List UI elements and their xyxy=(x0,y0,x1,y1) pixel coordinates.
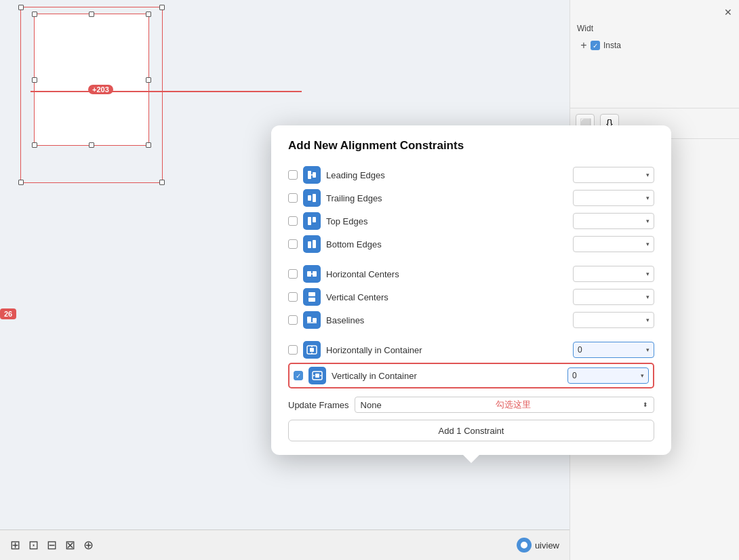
resize-handle-bl[interactable] xyxy=(18,180,24,185)
bottom-edges-label: Bottom Edges xyxy=(326,239,567,249)
inner-handle-bm[interactable] xyxy=(89,142,94,148)
svg-rect-1 xyxy=(313,172,316,178)
top-edges-checkbox[interactable] xyxy=(288,216,298,226)
bottom-edges-dropdown[interactable]: ▾ xyxy=(573,236,654,252)
toolbar-icon-3[interactable]: ⊟ xyxy=(47,538,57,553)
inner-handle-tr[interactable] xyxy=(146,12,151,17)
leading-edges-row: Leading Edges ▾ xyxy=(288,163,654,186)
baselines-icon xyxy=(303,311,321,329)
trailing-edges-row: Trailing Edges ▾ xyxy=(288,186,654,209)
uiview-badge: uiview xyxy=(517,538,559,553)
vertical-centers-icon xyxy=(303,288,321,306)
install-row: + ✓ Insta xyxy=(577,36,732,55)
vertically-in-container-row: ✓ Vertically in Container 0▾ xyxy=(288,363,654,388)
constraint-value-label: +203 xyxy=(88,85,113,94)
inner-handle-br[interactable] xyxy=(146,142,151,148)
inner-handle-bl[interactable] xyxy=(32,142,37,148)
toolbar-icon-1[interactable]: ⊞ xyxy=(10,538,20,553)
vertically-in-container-icon xyxy=(308,367,326,384)
right-panel-top: ✕ Widt + ✓ Insta xyxy=(570,0,739,108)
svg-rect-9 xyxy=(307,271,311,277)
modal-title: Add New Alignment Constraints xyxy=(288,139,654,153)
insta-label: Insta xyxy=(603,41,621,50)
inner-handle-mr[interactable] xyxy=(146,77,151,83)
constraint-line-horizontal xyxy=(31,91,302,92)
horizontal-centers-icon xyxy=(303,265,321,283)
svg-rect-4 xyxy=(308,195,311,201)
add-constraint-label: Add 1 Constraint xyxy=(439,426,504,436)
checked-icon: ✓ xyxy=(296,372,301,380)
trailing-edges-dropdown[interactable]: ▾ xyxy=(573,190,654,206)
vertically-in-container-label: Vertically in Container xyxy=(332,371,562,381)
add-constraint-button[interactable]: Add 1 Constraint xyxy=(288,420,654,441)
baselines-row: Baselines ▾ xyxy=(288,308,654,332)
update-frames-row: Update Frames None 勾选这里 ⬍ xyxy=(288,397,654,413)
resize-handle-br[interactable] xyxy=(159,180,165,185)
vertically-in-container-dropdown[interactable]: 0▾ xyxy=(567,367,649,384)
vertical-centers-row: Vertical Centers ▾ xyxy=(288,285,654,308)
canvas-inner-element xyxy=(34,14,149,146)
svg-rect-12 xyxy=(308,292,315,296)
svg-rect-7 xyxy=(308,241,311,248)
svg-rect-14 xyxy=(307,317,311,322)
leading-edges-checkbox[interactable] xyxy=(288,170,298,180)
horizontal-centers-checkbox[interactable] xyxy=(288,269,298,279)
svg-rect-22 xyxy=(315,374,319,378)
badge-26: 26 xyxy=(0,308,16,319)
top-edges-dropdown[interactable]: ▾ xyxy=(573,213,654,229)
resize-handle-tl[interactable] xyxy=(18,5,24,10)
uiview-inner-ring xyxy=(519,540,529,550)
trailing-edges-icon xyxy=(303,189,321,207)
update-frames-arrow: ⬍ xyxy=(643,401,648,408)
inner-handle-ml[interactable] xyxy=(32,77,37,83)
svg-rect-6 xyxy=(313,217,316,222)
bottom-toolbar: ⊞ ⊡ ⊟ ⊠ ⊕ uiview xyxy=(0,529,570,560)
annotation-text: 勾选这里 xyxy=(496,399,531,411)
leading-edges-icon xyxy=(303,166,321,184)
resize-handle-tr[interactable] xyxy=(159,5,165,10)
bottom-edges-icon xyxy=(303,235,321,253)
horizontal-centers-row: Horizontal Centers ▾ xyxy=(288,262,654,285)
svg-rect-10 xyxy=(313,271,317,277)
baselines-dropdown[interactable]: ▾ xyxy=(573,312,654,328)
svg-rect-8 xyxy=(313,240,316,248)
svg-rect-18 xyxy=(310,348,314,352)
baselines-label: Baselines xyxy=(326,315,567,325)
update-frames-label: Update Frames xyxy=(288,400,349,410)
horizontally-in-container-checkbox[interactable] xyxy=(288,345,298,355)
trailing-edges-label: Trailing Edges xyxy=(326,193,567,203)
uiview-label: uiview xyxy=(535,540,559,551)
baselines-checkbox[interactable] xyxy=(288,315,298,325)
width-label: Widt xyxy=(577,24,593,33)
toolbar-icon-5[interactable]: ⊕ xyxy=(83,538,94,553)
close-button[interactable]: ✕ xyxy=(577,7,732,18)
bottom-edges-row: Bottom Edges ▾ xyxy=(288,233,654,256)
inner-handle-tl[interactable] xyxy=(32,12,37,17)
top-edges-icon xyxy=(303,212,321,230)
update-frames-select[interactable]: None 勾选这里 ⬍ xyxy=(355,397,654,413)
add-button[interactable]: + xyxy=(577,39,591,52)
width-row: Widt xyxy=(577,21,732,36)
svg-rect-15 xyxy=(313,318,317,322)
checkmark-icon: ✓ xyxy=(593,42,598,49)
horizontally-in-container-label: Horizontally in Container xyxy=(326,345,567,355)
horizontally-in-container-dropdown[interactable]: 0▾ xyxy=(573,342,654,358)
leading-edges-dropdown[interactable]: ▾ xyxy=(573,167,654,183)
svg-rect-5 xyxy=(308,217,311,225)
vertical-centers-checkbox[interactable] xyxy=(288,292,298,302)
toolbar-icon-4[interactable]: ⊠ xyxy=(65,538,75,553)
vertical-centers-label: Vertical Centers xyxy=(326,292,567,302)
vertically-in-container-checkbox[interactable]: ✓ xyxy=(294,371,303,380)
inner-handle-tm[interactable] xyxy=(89,12,94,17)
uiview-circle-icon xyxy=(517,538,532,553)
update-frames-value: None xyxy=(361,400,382,410)
svg-rect-3 xyxy=(313,194,316,202)
svg-rect-13 xyxy=(308,298,315,302)
toolbar-icon-2[interactable]: ⊡ xyxy=(28,538,39,553)
bottom-edges-checkbox[interactable] xyxy=(288,239,298,249)
vertical-centers-dropdown[interactable]: ▾ xyxy=(573,289,654,305)
horizontal-centers-dropdown[interactable]: ▾ xyxy=(573,266,654,282)
trailing-edges-checkbox[interactable] xyxy=(288,193,298,203)
top-edges-label: Top Edges xyxy=(326,216,567,226)
install-checkbox[interactable]: ✓ xyxy=(591,41,600,50)
